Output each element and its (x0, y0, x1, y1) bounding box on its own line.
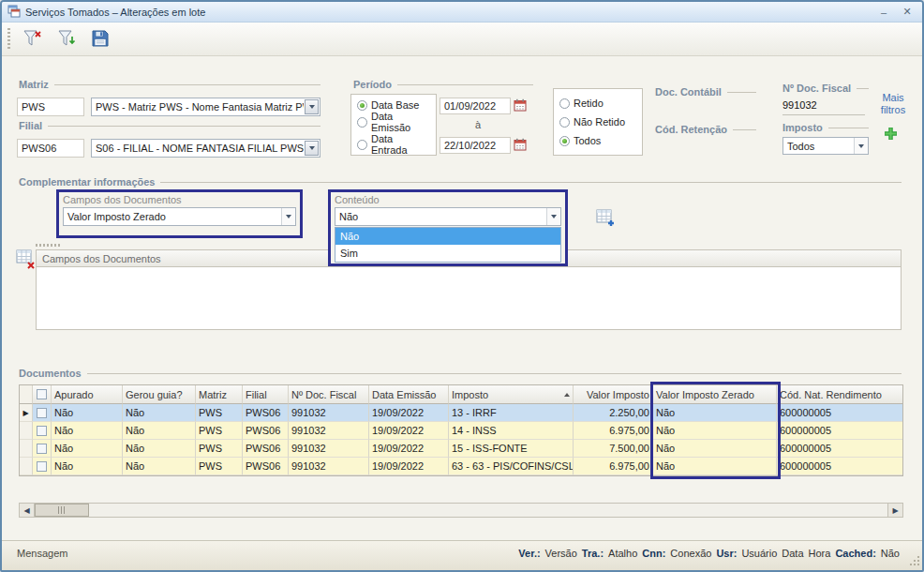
delete-row-button[interactable] (12, 246, 37, 271)
row-checkbox[interactable] (33, 422, 52, 440)
grid-drag-handle[interactable] (36, 244, 60, 247)
row-checkbox[interactable] (33, 440, 52, 458)
scroll-right-button[interactable]: ▶ (887, 504, 902, 517)
conteudo-combo-arrow[interactable] (546, 208, 560, 225)
cell-num-doc-fiscal[interactable]: 991032 (289, 404, 369, 422)
table-row[interactable]: Não Não PWS PWS06 991032 19/09/2022 63 -… (20, 458, 902, 475)
cell-apurado[interactable]: Não (52, 440, 123, 458)
campos-combo[interactable]: Valor Imposto Zerado (63, 207, 296, 226)
save-button[interactable] (85, 26, 115, 53)
dropdown-option-nao[interactable]: Não (335, 228, 560, 245)
clear-filter-button[interactable] (18, 26, 48, 53)
cell-imposto[interactable]: 63 - 63 - PIS/COFINS/CSLL (449, 458, 574, 475)
row-checkbox[interactable] (33, 404, 52, 422)
cell-matriz[interactable]: PWS (196, 440, 243, 458)
header-apurado[interactable]: Apurado (52, 385, 123, 404)
cell-imposto[interactable]: 15 - ISS-FONTE (449, 440, 574, 458)
table-row[interactable]: ▶ Não Não PWS PWS06 991032 19/09/2022 13… (20, 404, 902, 422)
campos-combo-arrow[interactable] (281, 208, 295, 225)
radio-data-entrada[interactable]: Data Entrada (357, 133, 430, 156)
cell-filial[interactable]: PWS06 (243, 458, 289, 475)
cell-valor-imposto[interactable]: 6.975,00 (574, 458, 653, 475)
header-filial[interactable]: Filial (243, 385, 289, 404)
table-row[interactable]: Não Não PWS PWS06 991032 19/09/2022 14 -… (20, 422, 902, 440)
header-num-doc-fiscal[interactable]: Nº Doc. Fiscal (289, 385, 369, 404)
add-row-button[interactable] (592, 204, 618, 231)
radio-retido[interactable]: Retido (559, 98, 636, 109)
cell-num-doc-fiscal[interactable]: 991032 (289, 458, 369, 475)
dropdown-option-sim[interactable]: Sim (335, 245, 560, 262)
close-button[interactable]: ✕ (898, 5, 917, 20)
radio-data-emissao[interactable]: Data Emissão (357, 111, 430, 133)
cell-valor-imposto[interactable]: 7.500,00 (574, 440, 653, 458)
cell-valor-imposto-zerado[interactable]: Não (653, 422, 777, 440)
conteudo-combo[interactable]: Não (335, 207, 561, 226)
mais-filtros-plus-button[interactable] (883, 126, 899, 143)
cell-num-doc-fiscal[interactable]: 991032 (289, 422, 369, 440)
radio-data-base[interactable]: Data Base (357, 99, 430, 111)
header-cod-nat-rendimento[interactable]: Cód. Nat. Rendimento (777, 385, 902, 404)
cell-imposto[interactable]: 14 - INSS (449, 422, 574, 440)
mais-filtros-link[interactable]: Mais filtros (868, 92, 918, 116)
filial-combo[interactable]: S06 - FILIAL - NOME FANTASIA FILIAL PWS0… (91, 139, 320, 158)
header-checkbox[interactable] (33, 385, 52, 404)
cell-apurado[interactable]: Não (52, 458, 123, 475)
row-selector[interactable] (20, 458, 33, 475)
matriz-combo[interactable]: PWS - Matriz PWS - Nome Fantasia Matriz … (91, 98, 320, 116)
cell-cod-nat-rendimento[interactable]: 600000005 (777, 458, 902, 475)
cell-cod-nat-rendimento[interactable]: 600000005 (777, 404, 902, 422)
cell-matriz[interactable]: PWS (196, 458, 243, 475)
cell-filial[interactable]: PWS06 (243, 440, 289, 458)
resize-grip-icon[interactable] (909, 555, 920, 568)
cell-data-emissao[interactable]: 19/09/2022 (369, 422, 449, 440)
date-to-field[interactable]: 22/10/2022 (440, 137, 511, 154)
cell-data-emissao[interactable]: 19/09/2022 (369, 458, 449, 475)
header-valor-imposto-zerado[interactable]: Valor Imposto Zerado (653, 385, 777, 404)
cell-cod-nat-rendimento[interactable]: 600000005 (777, 440, 902, 458)
radio-todos[interactable]: Todos (559, 135, 636, 146)
cell-matriz[interactable]: PWS (196, 404, 243, 422)
date-to-calendar-button[interactable] (514, 138, 527, 153)
header-gerou-guia[interactable]: Gerou guia? (123, 385, 196, 404)
cell-matriz[interactable]: PWS (196, 422, 243, 440)
cell-imposto[interactable]: 13 - IRRF (449, 404, 574, 422)
header-matriz[interactable]: Matriz (196, 385, 243, 404)
cell-gerou-guia[interactable]: Não (123, 422, 196, 440)
cell-num-doc-fiscal[interactable]: 991032 (289, 440, 369, 458)
cell-filial[interactable]: PWS06 (243, 422, 289, 440)
row-selector[interactable] (20, 440, 33, 458)
filial-combo-arrow[interactable] (305, 141, 319, 156)
filial-code-field[interactable]: PWS06 (17, 139, 84, 158)
scrollbar-thumb[interactable] (35, 504, 89, 517)
cell-gerou-guia[interactable]: Não (123, 440, 196, 458)
cell-apurado[interactable]: Não (52, 404, 123, 422)
row-selector[interactable] (20, 422, 33, 440)
imposto-combo[interactable]: Todos (782, 137, 869, 155)
cell-valor-imposto[interactable]: 6.975,00 (574, 422, 653, 440)
header-data-emissao[interactable]: Data Emissão (369, 385, 449, 404)
cell-cod-nat-rendimento[interactable]: 600000005 (777, 422, 902, 440)
apply-filter-button[interactable] (52, 26, 82, 53)
cell-filial[interactable]: PWS06 (243, 404, 289, 422)
cell-valor-imposto[interactable]: 2.250,00 (574, 404, 653, 422)
cell-data-emissao[interactable]: 19/09/2022 (369, 404, 449, 422)
table-row[interactable]: Não Não PWS PWS06 991032 19/09/2022 15 -… (20, 440, 902, 458)
radio-nao-retido[interactable]: Não Retido (559, 116, 636, 128)
row-checkbox[interactable] (33, 458, 52, 475)
date-from-field[interactable]: 01/09/2022 (440, 98, 511, 114)
cell-data-emissao[interactable]: 19/09/2022 (369, 440, 449, 458)
cell-gerou-guia[interactable]: Não (123, 458, 196, 475)
cell-valor-imposto-zerado[interactable]: Não (653, 440, 777, 458)
cell-valor-imposto-zerado[interactable]: Não (653, 458, 777, 475)
horizontal-scrollbar[interactable]: ◀ ▶ (19, 503, 903, 518)
minimize-button[interactable]: – (874, 5, 893, 20)
date-from-calendar-button[interactable] (514, 98, 527, 113)
matriz-combo-arrow[interactable] (305, 99, 319, 114)
cell-apurado[interactable]: Não (52, 422, 123, 440)
header-valor-imposto[interactable]: Valor Imposto (574, 385, 653, 404)
row-selector[interactable]: ▶ (20, 404, 33, 422)
cell-valor-imposto-zerado[interactable]: Não (653, 404, 777, 422)
header-imposto[interactable]: Imposto (449, 385, 574, 404)
cell-gerou-guia[interactable]: Não (123, 404, 196, 422)
scroll-left-button[interactable]: ◀ (20, 504, 35, 517)
